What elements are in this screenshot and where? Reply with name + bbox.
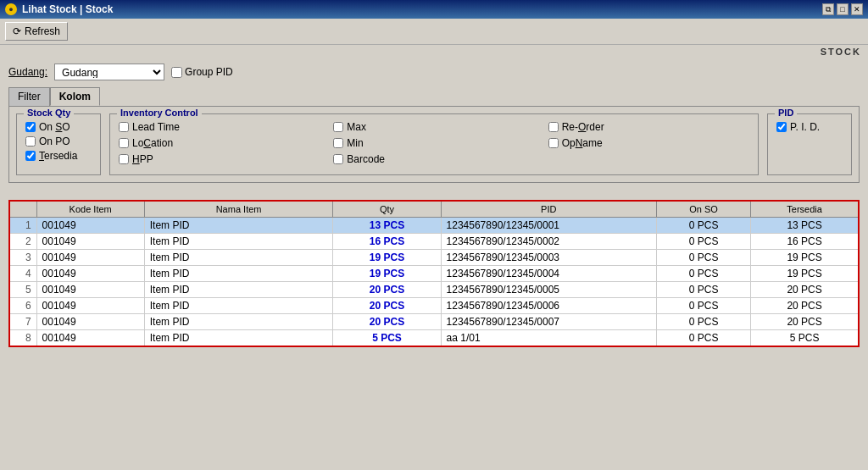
cell-qty: 20 PCS [333,298,441,314]
toolbar: ⟳ Refresh [0,19,868,45]
close-button[interactable]: ✕ [851,3,863,15]
cell-num: 8 [9,330,36,347]
pid-group: PID P. I. D. [767,113,852,175]
max-item: Max [333,121,534,133]
title-bar-controls: ⧉ □ ✕ [822,3,863,15]
cell-onso: 0 PCS [656,282,750,298]
cell-kode: 001049 [36,218,144,234]
cell-onso: 0 PCS [656,314,750,330]
cell-qty: 20 PCS [333,314,441,330]
cell-onso: 0 PCS [656,234,750,250]
table-row[interactable]: 4 001049 Item PID 19 PCS 1234567890/1234… [9,266,859,282]
cell-num: 3 [9,250,36,266]
col-header-qty: Qty [333,201,441,218]
col-header-pid: PID [441,201,656,218]
tersedia-checkbox[interactable] [25,151,36,161]
gudang-select[interactable]: Gudang [54,64,164,80]
lead-time-item: Lead Time [119,121,320,133]
cell-nama: Item PID [144,298,333,314]
table-row[interactable]: 7 001049 Item PID 20 PCS 1234567890/1234… [9,314,859,330]
cell-tersedia: 20 PCS [751,282,859,298]
hpp-item: HPP [119,153,320,165]
min-label: Min [347,137,363,149]
location-label: LoCation [132,137,173,149]
refresh-button[interactable]: ⟳ Refresh [5,22,68,41]
inventory-grid: Lead Time Max Re-Order LoCation [119,121,749,168]
tabs: Filter Kolom [8,87,860,106]
on-so-checkbox[interactable] [25,122,36,132]
table-row[interactable]: 8 001049 Item PID 5 PCS aa 1/01 0 PCS 5 … [9,330,859,347]
hpp-checkbox[interactable] [119,154,129,164]
stock-qty-title: Stock Qty [24,108,74,118]
title-bar: ● Lihat Stock | Stock ⧉ □ ✕ [0,0,868,19]
title-bar-left: ● Lihat Stock | Stock [5,3,113,15]
cell-pid: 1234567890/12345/0001 [441,218,656,234]
col-header-kode: Kode Item [36,201,144,218]
group-pid-checkbox[interactable] [171,67,182,78]
gudang-row: Gudang: Gudang Group PID [8,64,860,80]
lead-time-checkbox[interactable] [119,122,129,132]
cell-kode: 001049 [36,234,144,250]
cell-onso: 0 PCS [656,250,750,266]
cell-pid: 1234567890/12345/0004 [441,266,656,282]
cell-onso: 0 PCS [656,330,750,347]
barcode-item: Barcode [333,153,534,165]
reorder-checkbox[interactable] [548,122,559,132]
cell-qty: 19 PCS [333,250,441,266]
cell-nama: Item PID [144,250,333,266]
table-header-row: Kode Item Nama Item Qty PID On SO Tersed… [9,201,859,218]
min-checkbox[interactable] [333,138,343,148]
group-pid-checkbox-label[interactable]: Group PID [171,66,233,78]
table-row[interactable]: 2 001049 Item PID 16 PCS 1234567890/1234… [9,234,859,250]
tab-kolom[interactable]: Kolom [50,87,100,106]
inventory-control-group: Inventory Control Lead Time Max Re-Order [109,113,759,175]
tersedia-item: Tersedia [25,150,92,162]
cell-pid: aa 1/01 [441,330,656,347]
opname-checkbox[interactable] [548,138,559,148]
location-item: LoCation [119,137,320,149]
cell-num: 2 [9,234,36,250]
min-item: Min [333,137,534,149]
max-label: Max [347,121,366,133]
cell-onso: 0 PCS [656,266,750,282]
tab-filter[interactable]: Filter [8,87,50,106]
cell-kode: 001049 [36,250,144,266]
col-header-onso: On SO [656,201,750,218]
barcode-label: Barcode [347,153,385,165]
cell-pid: 1234567890/12345/0005 [441,282,656,298]
cell-num: 5 [9,282,36,298]
max-checkbox[interactable] [333,122,343,132]
table-row[interactable]: 6 001049 Item PID 20 PCS 1234567890/1234… [9,298,859,314]
maximize-button[interactable]: □ [837,3,849,15]
cell-pid: 1234567890/12345/0003 [441,250,656,266]
pid-label: P. I. D. [790,121,820,133]
cell-nama: Item PID [144,314,333,330]
on-po-checkbox[interactable] [25,136,36,147]
table-row[interactable]: 3 001049 Item PID 19 PCS 1234567890/1234… [9,250,859,266]
cell-tersedia: 20 PCS [751,314,859,330]
cell-pid: 1234567890/12345/0006 [441,298,656,314]
table-row[interactable]: 1 001049 Item PID 13 PCS 1234567890/1234… [9,218,859,234]
cell-tersedia: 16 PCS [751,234,859,250]
location-checkbox[interactable] [119,138,129,148]
cell-num: 6 [9,298,36,314]
gudang-label: Gudang: [8,66,47,78]
cell-tersedia: 19 PCS [751,250,859,266]
cell-tersedia: 20 PCS [751,298,859,314]
cell-nama: Item PID [144,266,333,282]
opname-item: OpName [548,137,749,149]
reorder-label: Re-Order [562,121,604,133]
filter-box: Stock Qty On SO On PO Tersedia Inventory… [8,106,860,183]
col-header-num [9,201,36,218]
on-po-item: On PO [25,135,92,147]
barcode-checkbox[interactable] [333,154,343,164]
col-header-tersedia: Tersedia [751,201,859,218]
pid-checkbox[interactable] [776,122,787,132]
tersedia-label: Tersedia [39,150,77,162]
restore-button[interactable]: ⧉ [822,3,834,15]
inventory-control-title: Inventory Control [117,108,202,118]
cell-num: 1 [9,218,36,234]
table-row[interactable]: 5 001049 Item PID 20 PCS 1234567890/1234… [9,282,859,298]
cell-num: 4 [9,266,36,282]
cell-kode: 001049 [36,266,144,282]
